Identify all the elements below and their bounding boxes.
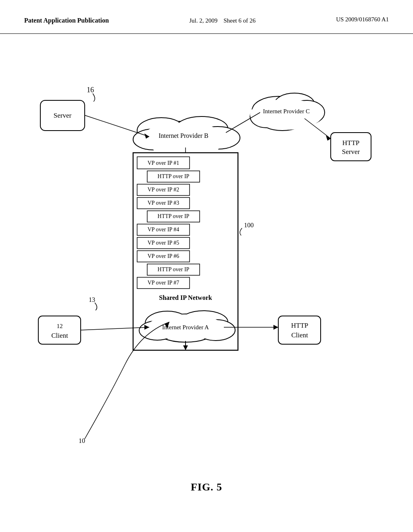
svg-rect-52 — [38, 316, 81, 344]
svg-text:Client: Client — [51, 332, 68, 339]
svg-text:Server: Server — [342, 148, 360, 156]
svg-text:HTTP over IP: HTTP over IP — [158, 266, 190, 272]
svg-text:VP over IP #2: VP over IP #2 — [148, 187, 179, 193]
header-center: Jul. 2, 2009 Sheet 6 of 26 — [189, 16, 256, 25]
svg-text:VP over IP #1: VP over IP #1 — [148, 160, 179, 166]
svg-text:12: 12 — [57, 323, 63, 329]
patent-diagram: 16 Server Internet Provider C Internet P… — [0, 34, 413, 517]
svg-text:13: 13 — [89, 296, 95, 303]
svg-text:Shared IP Network: Shared IP Network — [159, 294, 212, 301]
patent-number: US 2009/0168760 A1 — [336, 16, 389, 23]
svg-rect-18 — [331, 133, 371, 161]
svg-text:Internet Provider A: Internet Provider A — [162, 324, 209, 330]
svg-point-8 — [250, 99, 323, 130]
svg-text:Server: Server — [54, 112, 72, 119]
figure-label: FIG. 5 — [191, 481, 222, 493]
svg-text:HTTP: HTTP — [342, 139, 360, 147]
svg-text:HTTP over IP: HTTP over IP — [158, 213, 190, 219]
svg-marker-70 — [273, 325, 278, 330]
sheet-number: Sheet 6 of 26 — [223, 17, 256, 24]
page-header: Patent Application Publication Jul. 2, 2… — [0, 0, 413, 34]
svg-text:100: 100 — [244, 222, 254, 229]
svg-text:Internet Provider C: Internet Provider C — [263, 108, 310, 114]
svg-text:16: 16 — [87, 86, 94, 94]
svg-text:VP over IP #5: VP over IP #5 — [148, 240, 179, 246]
svg-text:Client: Client — [291, 331, 308, 339]
svg-text:VP over IP #7: VP over IP #7 — [148, 280, 179, 286]
svg-rect-55 — [278, 316, 321, 344]
svg-text:VP over IP #4: VP over IP #4 — [148, 227, 179, 233]
svg-text:VP over IP #3: VP over IP #3 — [148, 200, 179, 206]
svg-text:Internet Provider B: Internet Provider B — [159, 132, 209, 139]
publication-title: Patent Application Publication — [24, 16, 109, 25]
svg-text:10: 10 — [79, 437, 85, 444]
svg-text:HTTP over IP: HTTP over IP — [158, 173, 190, 179]
svg-text:VP over IP #6: VP over IP #6 — [148, 253, 179, 259]
svg-text:HTTP: HTTP — [291, 322, 309, 329]
publication-date: Jul. 2, 2009 — [189, 17, 217, 24]
diagram-area: 16 Server Internet Provider C Internet P… — [0, 34, 413, 517]
